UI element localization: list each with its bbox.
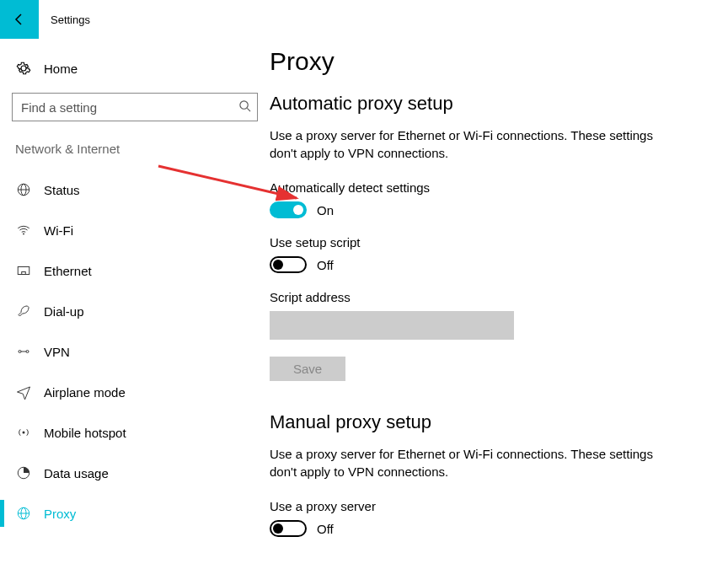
sidebar-item-wifi[interactable]: Wi-Fi [0, 210, 270, 250]
svg-point-0 [240, 101, 248, 109]
sidebar-item-status[interactable]: Status [0, 169, 270, 210]
airplane-icon [15, 384, 32, 400]
title-bar: Settings [0, 0, 728, 39]
hotspot-icon [15, 425, 32, 440]
ethernet-icon [15, 263, 32, 278]
data-usage-icon [15, 465, 32, 480]
sidebar-item-label: Wi-Fi [44, 223, 73, 238]
sidebar-item-hotspot[interactable]: Mobile hotspot [0, 412, 270, 453]
sidebar-item-label: Proxy [44, 507, 76, 521]
script-address-input[interactable] [270, 311, 514, 340]
section-auto-heading: Automatic proxy setup [270, 93, 711, 115]
sidebar-item-label: Ethernet [44, 264, 92, 278]
svg-point-5 [23, 233, 24, 235]
sidebar-section-title: Network & Internet [0, 142, 270, 156]
back-button[interactable] [0, 0, 39, 39]
proxy-icon [15, 506, 32, 521]
sidebar-item-label: Status [44, 183, 80, 197]
detect-label: Automatically detect settings [270, 180, 711, 195]
svg-rect-6 [18, 267, 29, 275]
sidebar-item-airplane[interactable]: Airplane mode [0, 372, 270, 412]
script-toggle[interactable]: Off [270, 256, 711, 273]
sidebar-item-datausage[interactable]: Data usage [0, 453, 270, 493]
save-button[interactable]: Save [270, 357, 345, 381]
arrow-left-icon [13, 13, 26, 26]
section-manual-desc: Use a proxy server for Ethernet or Wi-Fi… [270, 445, 666, 480]
sidebar-item-dialup[interactable]: Dial-up [0, 291, 270, 331]
detect-toggle[interactable]: On [270, 201, 711, 218]
toggle-on-icon [270, 201, 307, 218]
detect-toggle-state: On [317, 203, 334, 217]
sidebar-item-label: VPN [44, 345, 70, 359]
script-toggle-state: Off [317, 258, 334, 272]
use-proxy-toggle-state: Off [317, 522, 334, 536]
script-address-label: Script address [270, 290, 711, 304]
search-icon [238, 99, 251, 115]
sidebar-item-label: Mobile hotspot [44, 426, 126, 440]
use-proxy-label: Use a proxy server [270, 499, 711, 513]
globe-icon [15, 182, 32, 197]
use-proxy-toggle[interactable]: Off [270, 520, 711, 537]
vpn-icon [15, 344, 32, 359]
script-label: Use setup script [270, 235, 711, 250]
sidebar-home-label: Home [44, 62, 78, 76]
gear-icon [15, 61, 32, 76]
app-title: Settings [51, 13, 90, 26]
toggle-off-icon [270, 256, 307, 273]
svg-point-8 [19, 351, 21, 353]
toggle-off-icon [270, 520, 307, 537]
svg-line-1 [247, 108, 250, 111]
content-pane: Proxy Automatic proxy setup Use a proxy … [270, 39, 728, 585]
search-input[interactable] [12, 93, 258, 121]
sidebar-item-label: Dial-up [44, 304, 84, 319]
dialup-icon [15, 303, 32, 319]
svg-rect-7 [22, 272, 26, 275]
search-wrap [12, 93, 258, 121]
sidebar-item-label: Airplane mode [44, 385, 126, 400]
section-auto-desc: Use a proxy server for Ethernet or Wi-Fi… [270, 126, 666, 162]
wifi-icon [15, 223, 32, 238]
sidebar-home[interactable]: Home [0, 52, 270, 84]
sidebar-item-vpn[interactable]: VPN [0, 331, 270, 372]
sidebar: Home Network & Internet Status Wi-Fi Eth… [0, 39, 270, 585]
sidebar-item-label: Data usage [44, 466, 109, 480]
page-title: Proxy [270, 47, 711, 76]
sidebar-item-ethernet[interactable]: Ethernet [0, 250, 270, 291]
svg-point-11 [23, 432, 25, 434]
sidebar-item-proxy[interactable]: Proxy [0, 493, 270, 534]
section-manual-heading: Manual proxy setup [270, 411, 711, 433]
svg-point-9 [26, 351, 29, 353]
